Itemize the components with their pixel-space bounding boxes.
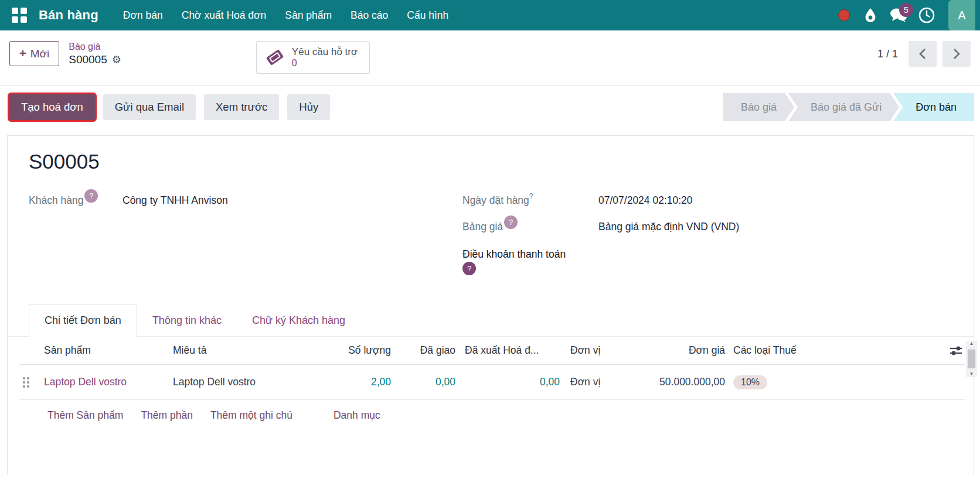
tab-order-lines[interactable]: Chi tiết Đơn bán	[29, 304, 137, 337]
order-title: S00005	[8, 136, 974, 173]
order-date-label: Ngày đặt hàng	[462, 194, 529, 206]
pager: 1 / 1	[877, 41, 971, 67]
order-date-help-icon[interactable]: ?	[529, 192, 533, 200]
add-product-link[interactable]: Thêm Sản phẩm	[47, 409, 123, 422]
create-invoice-button[interactable]: Tạo hoá đơn	[9, 94, 95, 120]
support-count: 0	[292, 58, 358, 69]
menu-cho-xuat-hoa-don[interactable]: Chờ xuất Hoá đơn	[175, 1, 274, 30]
clock-icon[interactable]	[916, 4, 938, 26]
tab-other-info[interactable]: Thông tin khác	[137, 305, 237, 336]
gear-icon[interactable]: ⚙	[112, 53, 121, 67]
header-unit-price[interactable]: Đơn giá	[631, 344, 725, 357]
catalog-link[interactable]: Danh mục	[334, 409, 380, 422]
cell-product-link[interactable]: Laptop Dell vostro	[44, 376, 173, 388]
drag-handle-icon[interactable]	[23, 377, 29, 388]
form-sheet: S00005 Khách hàng? Công ty TNHH Anvison …	[7, 135, 974, 475]
table-header-row: Sản phẩm Miêu tả Số lượng Đã giao Đã xuấ…	[19, 337, 965, 365]
form-fields: Khách hàng? Công ty TNHH Anvison Ngày đặ…	[8, 173, 974, 288]
activities-icon[interactable]	[859, 4, 882, 26]
scroll-down-icon[interactable]: ▼	[969, 372, 974, 377]
scroll-up-icon[interactable]: ▲	[969, 341, 974, 346]
cell-delivered[interactable]: 0,00	[391, 376, 455, 388]
control-panel: + Mới Báo giá S00005 ⚙ Yêu cầu hỗ trợ 0 …	[0, 30, 980, 85]
tax-badge[interactable]: 10%	[733, 375, 767, 389]
vertical-scrollbar[interactable]: ▲ ▼	[966, 341, 977, 377]
customer-link[interactable]: Công ty TNHH Anvison	[122, 194, 228, 207]
header-description[interactable]: Miêu tả	[173, 344, 332, 357]
new-button-label: Mới	[30, 47, 50, 60]
cell-quantity[interactable]: 2,00	[332, 376, 391, 388]
support-request-button[interactable]: Yêu cầu hỗ trợ 0	[256, 41, 370, 74]
breadcrumb-current: S00005	[69, 53, 107, 67]
payment-terms-label: Điều khoản thanh toán	[462, 248, 566, 260]
order-lines-table: Sản phẩm Miêu tả Số lượng Đã giao Đã xuấ…	[8, 337, 974, 422]
chevron-right-icon	[952, 48, 961, 60]
navbar-right: 5 A	[838, 0, 975, 30]
user-avatar[interactable]: A	[948, 0, 975, 30]
ticket-icon	[265, 48, 285, 67]
add-note-link[interactable]: Thêm một ghi chú	[210, 409, 292, 422]
plus-icon: +	[19, 47, 26, 60]
order-date-value[interactable]: 07/07/2024 02:10:20	[598, 194, 693, 207]
cell-unit-price[interactable]: 50.000.000,00	[631, 376, 725, 388]
status-step-sales-order[interactable]: Đơn bán	[893, 93, 974, 121]
send-by-email-button[interactable]: Gửi qua Email	[103, 94, 196, 120]
preview-button[interactable]: Xem trước	[204, 94, 279, 120]
app-name[interactable]: Bán hàng	[39, 8, 98, 23]
top-navbar: Bán hàng Đơn bán Chờ xuất Hoá đơn Sản ph…	[0, 0, 980, 30]
status-step-quotation[interactable]: Báo giá	[723, 93, 794, 121]
chevron-left-icon	[918, 48, 927, 60]
add-section-link[interactable]: Thêm phần	[141, 409, 193, 422]
line-footer-links: Thêm Sản phẩm Thêm phần Thêm một ghi chú…	[19, 400, 965, 422]
header-delivered[interactable]: Đã giao	[391, 344, 455, 357]
menu-san-pham[interactable]: Sản phẩm	[278, 1, 339, 30]
cell-invoiced[interactable]: 0,00	[455, 376, 560, 388]
main-menu: Đơn bán Chờ xuất Hoá đơn Sản phẩm Báo cá…	[116, 1, 456, 30]
tab-customer-signature[interactable]: Chữ ký Khách hàng	[237, 305, 360, 336]
breadcrumb-parent[interactable]: Báo giá	[69, 41, 121, 53]
header-unit[interactable]: Đơn vị	[560, 344, 631, 357]
pager-value: 1 / 1	[877, 48, 898, 60]
pager-previous-button[interactable]	[908, 41, 937, 67]
apps-grid-icon[interactable]	[12, 8, 27, 23]
menu-bao-cao[interactable]: Báo cáo	[343, 1, 395, 30]
header-invoiced[interactable]: Đã xuất Hoá đ...	[455, 344, 560, 357]
support-label: Yêu cầu hỗ trợ	[292, 46, 358, 58]
customer-label: Khách hàng	[29, 194, 83, 206]
pricelist-help-icon[interactable]: ?	[504, 215, 518, 229]
status-step-quotation-sent[interactable]: Báo giá đã Gửi	[788, 93, 899, 121]
recording-indicator-icon	[838, 9, 850, 21]
new-record-button[interactable]: + Mới	[9, 41, 59, 66]
pricelist-value[interactable]: Bảng giá mặc định VND (VND)	[598, 221, 739, 233]
menu-cau-hinh[interactable]: Cấu hình	[400, 1, 455, 30]
messages-count-badge: 5	[899, 3, 913, 17]
payment-terms-help-icon[interactable]: ?	[462, 262, 476, 275]
menu-don-ban[interactable]: Đơn bán	[116, 1, 170, 30]
statusbar: Báo giá Báo giá đã Gửi Đơn bán	[723, 93, 974, 121]
cell-unit[interactable]: Đơn vị	[560, 376, 631, 388]
header-taxes[interactable]: Các loại Thuế	[725, 344, 826, 357]
notebook-tabs: Chi tiết Đơn bán Thông tin khác Chữ ký K…	[8, 304, 974, 337]
cell-description[interactable]: Laptop Dell vostro	[173, 376, 332, 388]
header-quantity[interactable]: Số lượng	[332, 344, 391, 357]
optional-columns-icon[interactable]	[949, 344, 963, 357]
pricelist-label: Bảng giá	[462, 221, 503, 232]
action-bar: Tạo hoá đơn Gửi qua Email Xem trước Hủy …	[0, 85, 980, 129]
pager-next-button[interactable]	[942, 41, 971, 67]
cancel-button[interactable]: Hủy	[287, 94, 330, 120]
order-line-row[interactable]: Laptop Dell vostro Laptop Dell vostro 2,…	[19, 365, 965, 400]
right-field-column: Ngày đặt hàng? 07/07/2024 02:10:20 Bảng …	[462, 194, 739, 288]
scrollbar-thumb[interactable]	[968, 350, 975, 368]
breadcrumb: Báo giá S00005 ⚙	[69, 41, 121, 67]
left-field-column: Khách hàng? Công ty TNHH Anvison	[29, 194, 462, 288]
header-product[interactable]: Sản phẩm	[44, 344, 173, 357]
messages-icon[interactable]: 5	[887, 4, 910, 26]
customer-help-icon[interactable]: ?	[84, 189, 98, 203]
